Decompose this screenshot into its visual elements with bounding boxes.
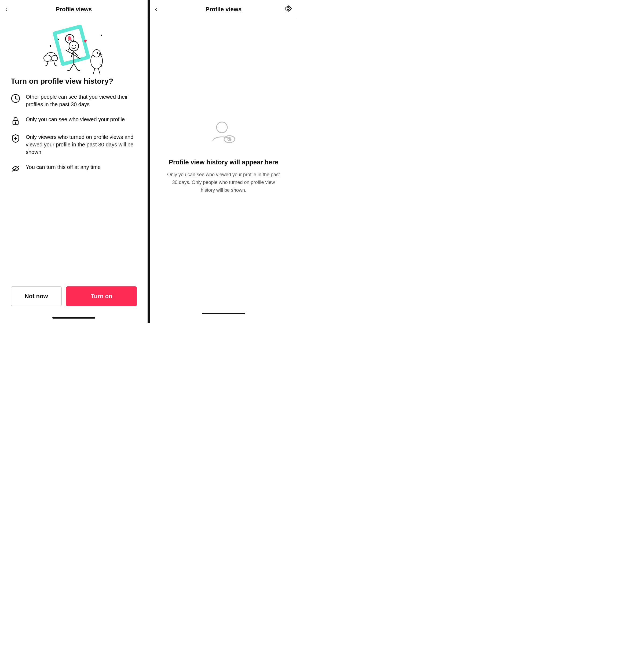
svg-line-15: [55, 66, 57, 66]
clock-icon: [11, 94, 20, 103]
gear-icon: [284, 5, 292, 12]
svg-line-22: [70, 64, 74, 70]
turn-on-button[interactable]: Turn on: [66, 287, 137, 306]
svg-line-31: [98, 69, 100, 74]
svg-line-24: [67, 70, 70, 71]
screen-2: ‹ Profile views Profile view history wil…: [150, 0, 297, 323]
profile-view-illustration: 3: [36, 22, 111, 76]
header-1: ‹ Profile views: [0, 0, 148, 18]
empty-state-title: Profile view history will appear here: [169, 158, 278, 166]
lock-icon: [11, 116, 20, 126]
svg-point-27: [93, 49, 100, 57]
screen2-title: Profile views: [205, 6, 242, 13]
feature-item-4: You can turn this off at any time: [11, 163, 137, 174]
svg-text:3: 3: [100, 63, 102, 68]
svg-point-17: [72, 45, 73, 46]
empty-state-icon-area: [207, 120, 240, 150]
feature-list: Other people can see that you viewed the…: [11, 93, 137, 273]
feature-item-1: Other people can see that you viewed the…: [11, 93, 137, 108]
svg-point-51: [229, 139, 230, 140]
svg-point-48: [216, 122, 227, 133]
svg-point-16: [69, 41, 79, 51]
svg-line-23: [74, 64, 78, 70]
feature-text-4: You can turn this off at any time: [26, 163, 101, 171]
svg-line-40: [16, 98, 17, 100]
illustration-area: 3: [11, 18, 137, 77]
svg-line-13: [54, 61, 55, 66]
feature-item-3: Only viewers who turned on profile views…: [11, 133, 137, 156]
profile-views-empty-icon: [207, 120, 240, 149]
main-title: Turn on profile view history?: [11, 77, 137, 86]
eye-off-icon: [11, 164, 20, 174]
feature-text-1: Other people can see that you viewed the…: [26, 93, 137, 108]
svg-point-11: [51, 56, 58, 61]
svg-point-10: [44, 55, 51, 62]
svg-line-14: [45, 66, 47, 66]
header-2: ‹ Profile views: [150, 0, 297, 18]
feature-item-2: Only you can see who viewed your profile: [11, 116, 137, 126]
home-indicator-1: [52, 317, 95, 319]
screen2-content: Profile view history will appear here On…: [150, 18, 297, 323]
back-button-2[interactable]: ‹: [155, 6, 157, 12]
back-button-1[interactable]: ‹: [5, 6, 7, 12]
feature-text-3: Only viewers who turned on profile views…: [26, 133, 137, 156]
screen1-content: 3 T: [0, 18, 148, 281]
not-now-button[interactable]: Not now: [11, 287, 62, 306]
shield-plus-icon: [11, 134, 20, 143]
settings-button[interactable]: [284, 5, 292, 14]
home-indicator-2: [202, 313, 245, 314]
svg-point-28: [97, 52, 98, 53]
svg-point-47: [287, 7, 289, 10]
svg-line-25: [78, 70, 80, 71]
screen1-title: Profile views: [56, 6, 92, 13]
bottom-buttons: Not now Turn on: [0, 281, 148, 317]
svg-point-18: [75, 45, 76, 46]
feature-text-2: Only you can see who viewed your profile: [26, 116, 125, 123]
screen-divider: [148, 0, 150, 323]
empty-state-description: Only you can see who viewed your profile…: [166, 171, 281, 194]
screen-1: ‹ Profile views: [0, 0, 148, 323]
svg-line-30: [93, 69, 95, 74]
